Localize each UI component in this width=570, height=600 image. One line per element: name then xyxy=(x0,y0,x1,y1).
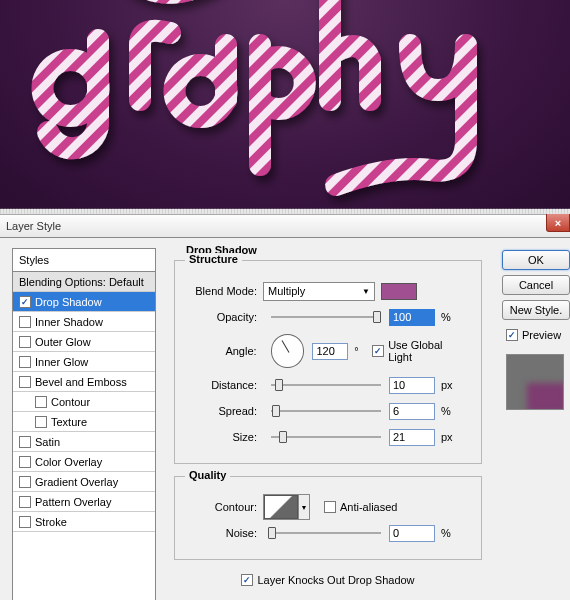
size-unit: px xyxy=(441,431,461,443)
style-label: Outer Glow xyxy=(35,336,91,348)
distance-unit: px xyxy=(441,379,461,391)
style-checkbox[interactable] xyxy=(19,516,31,528)
styles-list: Blending Options: Default Drop ShadowInn… xyxy=(13,272,155,532)
style-label: Contour xyxy=(51,396,90,408)
style-label: Pattern Overlay xyxy=(35,496,111,508)
style-checkbox[interactable] xyxy=(19,336,31,348)
style-row-contour[interactable]: Contour xyxy=(13,392,155,412)
style-label: Satin xyxy=(35,436,60,448)
blend-mode-label: Blend Mode: xyxy=(187,285,263,297)
opacity-unit: % xyxy=(441,311,461,323)
spread-slider[interactable] xyxy=(271,410,381,412)
style-checkbox[interactable] xyxy=(19,496,31,508)
style-checkbox[interactable] xyxy=(35,396,47,408)
noise-slider[interactable] xyxy=(271,532,381,534)
angle-dial[interactable] xyxy=(271,334,305,368)
chevron-down-icon: ▼ xyxy=(298,495,309,519)
preview-thumbnail xyxy=(506,354,564,410)
style-checkbox[interactable] xyxy=(19,356,31,368)
quality-group: Quality Contour: ▼ Anti-aliased Noise: 0… xyxy=(174,476,482,560)
distance-thumb[interactable] xyxy=(275,379,283,391)
style-row-inner-glow[interactable]: Inner Glow xyxy=(13,352,155,372)
style-row-satin[interactable]: Satin xyxy=(13,432,155,452)
style-row-bevel-and-emboss[interactable]: Bevel and Emboss xyxy=(13,372,155,392)
style-checkbox[interactable] xyxy=(35,416,47,428)
angle-label: Angle: xyxy=(187,345,263,357)
knockout-label: Layer Knocks Out Drop Shadow xyxy=(257,574,414,586)
distance-slider[interactable] xyxy=(271,384,381,386)
blend-mode-select[interactable]: Multiply ▼ xyxy=(263,282,375,301)
distance-label: Distance: xyxy=(187,379,263,391)
global-light-label: Use Global Light xyxy=(388,339,469,363)
cancel-button[interactable]: Cancel xyxy=(502,275,570,295)
structure-label: Structure xyxy=(185,253,242,265)
style-row-outer-glow[interactable]: Outer Glow xyxy=(13,332,155,352)
style-label: Inner Shadow xyxy=(35,316,103,328)
noise-input[interactable]: 0 xyxy=(389,525,435,542)
distance-input[interactable]: 10 xyxy=(389,377,435,394)
style-row-stroke[interactable]: Stroke xyxy=(13,512,155,532)
dialog-titlebar[interactable]: Layer Style × xyxy=(0,214,570,238)
angle-unit: ° xyxy=(354,345,366,357)
noise-label: Noise: xyxy=(187,527,263,539)
close-icon: × xyxy=(555,217,561,229)
blending-options-row[interactable]: Blending Options: Default xyxy=(13,272,155,292)
ok-button[interactable]: OK xyxy=(502,250,570,270)
blend-mode-value: Multiply xyxy=(268,285,305,297)
opacity-slider[interactable] xyxy=(271,316,381,318)
global-light-checkbox[interactable] xyxy=(372,345,384,357)
contour-label: Contour: xyxy=(187,501,263,513)
size-input[interactable]: 21 xyxy=(389,429,435,446)
size-thumb[interactable] xyxy=(279,431,287,443)
style-row-inner-shadow[interactable]: Inner Shadow xyxy=(13,312,155,332)
dialog-buttons: OK Cancel New Style. Preview xyxy=(496,248,570,600)
settings-panel: Drop Shadow Structure Blend Mode: Multip… xyxy=(156,248,496,600)
antialias-label: Anti-aliased xyxy=(340,501,397,513)
style-checkbox[interactable] xyxy=(19,316,31,328)
style-row-pattern-overlay[interactable]: Pattern Overlay xyxy=(13,492,155,512)
style-row-drop-shadow[interactable]: Drop Shadow xyxy=(13,292,155,312)
style-row-color-overlay[interactable]: Color Overlay xyxy=(13,452,155,472)
styles-panel: Styles Blending Options: Default Drop Sh… xyxy=(12,248,156,600)
noise-unit: % xyxy=(441,527,461,539)
shadow-color-swatch[interactable] xyxy=(381,283,417,300)
spread-thumb[interactable] xyxy=(272,405,280,417)
structure-group: Structure Blend Mode: Multiply ▼ Opacity… xyxy=(174,260,482,464)
close-button[interactable]: × xyxy=(546,214,570,232)
style-label: Gradient Overlay xyxy=(35,476,118,488)
opacity-label: Opacity: xyxy=(187,311,263,323)
style-checkbox[interactable] xyxy=(19,456,31,468)
style-label: Drop Shadow xyxy=(35,296,102,308)
dialog-title: Layer Style xyxy=(6,220,61,232)
chevron-down-icon: ▼ xyxy=(362,287,370,296)
preview-label: Preview xyxy=(522,329,561,341)
angle-input[interactable]: 120 xyxy=(312,343,348,360)
style-checkbox[interactable] xyxy=(19,476,31,488)
style-row-gradient-overlay[interactable]: Gradient Overlay xyxy=(13,472,155,492)
style-label: Color Overlay xyxy=(35,456,102,468)
style-checkbox[interactable] xyxy=(19,436,31,448)
size-slider[interactable] xyxy=(271,436,381,438)
document-canvas[interactable] xyxy=(0,0,570,209)
style-checkbox[interactable] xyxy=(19,296,31,308)
spread-label: Spread: xyxy=(187,405,263,417)
spread-input[interactable]: 6 xyxy=(389,403,435,420)
new-style-button[interactable]: New Style. xyxy=(502,300,570,320)
opacity-thumb[interactable] xyxy=(373,311,381,323)
noise-thumb[interactable] xyxy=(268,527,276,539)
spread-unit: % xyxy=(441,405,461,417)
preview-checkbox[interactable] xyxy=(506,329,518,341)
contour-picker[interactable]: ▼ xyxy=(263,494,310,520)
blending-options-label: Blending Options: Default xyxy=(19,276,144,288)
style-label: Texture xyxy=(51,416,87,428)
size-label: Size: xyxy=(187,431,263,443)
contour-swatch xyxy=(264,495,298,519)
style-checkbox[interactable] xyxy=(19,376,31,388)
opacity-input[interactable]: 100 xyxy=(389,309,435,326)
antialias-checkbox[interactable] xyxy=(324,501,336,513)
knockout-checkbox[interactable] xyxy=(241,574,253,586)
style-row-texture[interactable]: Texture xyxy=(13,412,155,432)
style-label: Bevel and Emboss xyxy=(35,376,127,388)
styles-header[interactable]: Styles xyxy=(13,249,155,272)
style-label: Stroke xyxy=(35,516,67,528)
